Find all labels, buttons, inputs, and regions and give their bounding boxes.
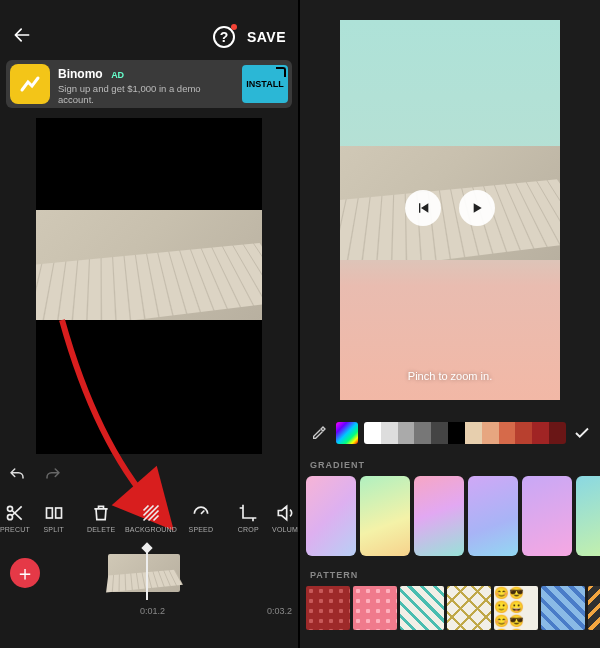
play-icon — [469, 200, 485, 216]
undo-icon — [8, 466, 26, 484]
eyedropper-button[interactable] — [308, 422, 330, 444]
gradient-swatch[interactable] — [306, 476, 356, 556]
gradient-swatch[interactable] — [468, 476, 518, 556]
color-swatch[interactable] — [499, 422, 516, 444]
gradient-swatch[interactable] — [522, 476, 572, 556]
ad-banner[interactable]: Binomo AD Sign up and get $1,000 in a de… — [6, 60, 292, 108]
ad-tag: AD — [111, 70, 124, 80]
tool-split[interactable]: SPLIT — [30, 503, 77, 533]
playhead[interactable] — [146, 548, 148, 600]
color-swatch[interactable] — [549, 422, 566, 444]
crop-icon — [238, 503, 258, 523]
svg-rect-3 — [55, 508, 61, 518]
ad-app-icon — [10, 64, 50, 104]
tool-row: PRECUT SPLIT DELETE BACKGROUND SPEED CRO… — [0, 492, 298, 544]
pattern-swatch[interactable] — [588, 586, 600, 630]
trash-icon — [91, 503, 111, 523]
color-swatch[interactable] — [482, 422, 499, 444]
tool-volume[interactable]: VOLUM — [272, 503, 298, 533]
tool-label: SPLIT — [44, 526, 64, 533]
video-canvas[interactable] — [36, 118, 262, 454]
arrow-left-icon — [12, 25, 32, 45]
pattern-swatch[interactable] — [541, 586, 585, 630]
pattern-row: 😊😎🙂😀😊😎🙂😀 — [306, 586, 600, 636]
skip-previous-icon — [415, 200, 431, 216]
install-button[interactable]: INSTALL — [242, 65, 288, 103]
save-button[interactable]: SAVE — [247, 29, 286, 45]
volume-icon — [275, 503, 295, 523]
check-icon — [573, 424, 591, 442]
ad-subtitle: Sign up and get $1,000 in a demo account… — [58, 83, 234, 105]
pinch-hint: Pinch to zoom in. — [340, 370, 560, 382]
external-corner-icon — [276, 67, 286, 77]
top-bar: ? SAVE — [0, 20, 298, 54]
tool-speed[interactable]: SPEED — [177, 503, 224, 533]
color-swatch[interactable] — [381, 422, 398, 444]
install-button-label: INSTALL — [246, 79, 283, 89]
pattern-section-label: PATTERN — [300, 570, 358, 580]
redo-icon — [44, 466, 62, 484]
help-button[interactable]: ? — [213, 26, 235, 48]
preview-canvas[interactable]: Pinch to zoom in. — [340, 20, 560, 400]
svg-rect-2 — [46, 508, 52, 518]
swatch-strip — [364, 422, 566, 444]
current-time: 0:01.2 — [140, 606, 165, 616]
split-icon — [44, 503, 64, 523]
plus-icon: ＋ — [15, 560, 35, 587]
back-button[interactable] — [12, 25, 38, 50]
pattern-swatch[interactable] — [306, 586, 350, 630]
playback-controls — [340, 190, 560, 226]
undo-redo-group — [8, 466, 62, 488]
gradient-row — [306, 476, 600, 556]
prev-button[interactable] — [405, 190, 441, 226]
ad-title: Binomo — [58, 67, 103, 81]
play-button[interactable] — [459, 190, 495, 226]
speed-icon — [191, 503, 211, 523]
color-swatch[interactable] — [364, 422, 381, 444]
color-swatch[interactable] — [532, 422, 549, 444]
pattern-swatch[interactable]: 😊😎🙂😀😊😎🙂😀 — [494, 586, 538, 630]
svg-point-0 — [7, 506, 12, 511]
gradient-section-label: GRADIENT — [300, 460, 365, 470]
add-clip-button[interactable]: ＋ — [10, 558, 40, 588]
redo-button[interactable] — [44, 466, 62, 488]
tool-label: CROP — [238, 526, 259, 533]
color-swatch-row — [300, 418, 600, 448]
color-swatch[interactable] — [465, 422, 482, 444]
scissors-icon — [5, 503, 25, 523]
undo-button[interactable] — [8, 466, 26, 488]
gradient-swatch[interactable] — [360, 476, 410, 556]
background-picker-screen: Pinch to zoom in. GRADIENT PATTERN 😊😎🙂😀😊… — [300, 0, 600, 648]
background-icon — [141, 503, 161, 523]
notification-dot — [231, 24, 237, 30]
tool-label: BACKGROUND — [125, 526, 177, 533]
tool-delete[interactable]: DELETE — [77, 503, 124, 533]
tool-background[interactable]: BACKGROUND — [125, 503, 177, 533]
ad-text: Binomo AD Sign up and get $1,000 in a de… — [50, 64, 242, 105]
tool-crop[interactable]: CROP — [225, 503, 272, 533]
tool-label: PRECUT — [0, 526, 30, 533]
pattern-swatch[interactable] — [353, 586, 397, 630]
tool-label: DELETE — [87, 526, 115, 533]
clip-thumbnail[interactable] — [108, 554, 180, 592]
video-frame-image — [36, 210, 262, 320]
color-swatch[interactable] — [414, 422, 431, 444]
color-swatch[interactable] — [398, 422, 415, 444]
pattern-swatch[interactable] — [447, 586, 491, 630]
gradient-swatch[interactable] — [414, 476, 464, 556]
gradient-swatch[interactable] — [576, 476, 600, 556]
tool-precut[interactable]: PRECUT — [0, 503, 30, 533]
editor-screen-left: ? SAVE Binomo AD Sign up and get $1,000 … — [0, 0, 298, 648]
custom-color-button[interactable] — [336, 422, 358, 444]
eyedropper-icon — [311, 425, 327, 441]
svg-point-1 — [7, 515, 12, 520]
tool-label: VOLUM — [272, 526, 298, 533]
tool-label: SPEED — [189, 526, 214, 533]
color-swatch[interactable] — [515, 422, 532, 444]
timeline[interactable]: ＋ 0:01.2 0:03.2 — [0, 552, 298, 622]
pattern-swatch[interactable] — [400, 586, 444, 630]
total-time: 0:03.2 — [267, 606, 292, 616]
color-swatch[interactable] — [431, 422, 448, 444]
confirm-button[interactable] — [572, 423, 592, 443]
color-swatch[interactable] — [448, 422, 465, 444]
